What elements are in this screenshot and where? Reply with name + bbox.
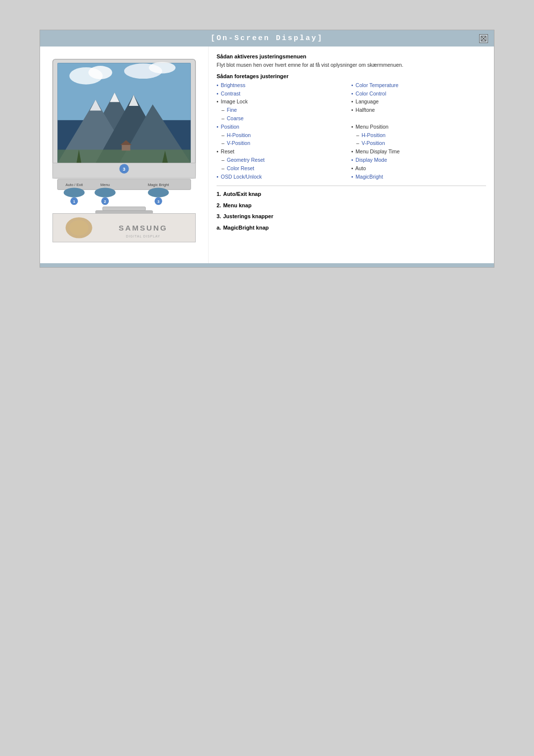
- monitor-section: 3 Auto / Exit Menu Magic Bright: [40, 47, 208, 263]
- svg-text:2: 2: [104, 199, 106, 204]
- svg-text:3: 3: [123, 166, 125, 172]
- divider: [217, 186, 486, 186]
- list-item: 1.Auto/Exit knap: [217, 190, 486, 198]
- menu-col-right: • Color Temperature • Color Control • La…: [352, 81, 487, 181]
- svg-rect-38: [103, 207, 146, 211]
- content-area: 3 Auto / Exit Menu Magic Bright: [40, 47, 494, 263]
- list-item: a.MagicBright knap: [217, 224, 486, 232]
- list-item: • Reset: [217, 147, 352, 156]
- svg-text:SAMSUNG: SAMSUNG: [119, 224, 168, 232]
- numbered-list: 1.Auto/Exit knap 2.Menu knap 3.Justering…: [217, 190, 486, 232]
- list-item[interactable]: • Color Control: [352, 90, 487, 98]
- list-item: • Auto: [352, 164, 487, 173]
- info-panel: Sådan aktiveres justeringsmenuen Flyt bl…: [208, 47, 494, 263]
- svg-text:DIGITAL DISPLAY: DIGITAL DISPLAY: [126, 235, 161, 238]
- header-bar: [On-Screen Display]: [40, 30, 494, 47]
- svg-point-31: [148, 188, 169, 197]
- menu-items-grid: • Brightness • Contrast • Image Lock – F…: [217, 81, 486, 181]
- section-heading-2: Sådan foretages justeringer: [217, 73, 486, 79]
- list-item[interactable]: • Display Mode: [352, 156, 487, 164]
- svg-text:3: 3: [157, 199, 159, 204]
- list-item[interactable]: – V-Position: [217, 139, 352, 147]
- header-title: [On-Screen Display]: [211, 34, 323, 43]
- main-panel: [On-Screen Display]: [40, 30, 494, 268]
- list-item[interactable]: – Fine: [217, 106, 352, 114]
- list-item[interactable]: • Color Temperature: [352, 81, 487, 90]
- list-item-coarse[interactable]: – Coarse: [217, 114, 352, 123]
- list-item-geometry-reset[interactable]: – Geometry Reset: [217, 156, 352, 164]
- close-icon[interactable]: [479, 34, 488, 43]
- svg-point-29: [64, 188, 85, 197]
- list-item[interactable]: • Brightness: [217, 81, 352, 90]
- svg-point-7: [89, 66, 112, 79]
- list-item[interactable]: – V-Position: [352, 139, 487, 147]
- list-item: 3.Justerings knapper: [217, 212, 486, 221]
- list-item[interactable]: • Contrast: [217, 90, 352, 98]
- svg-point-42: [69, 220, 89, 236]
- svg-point-30: [94, 188, 115, 197]
- list-item: • Menu Position: [352, 123, 487, 131]
- list-item: • Language: [352, 97, 487, 106]
- list-item-spacer: [352, 114, 487, 123]
- svg-text:Magic Bright: Magic Bright: [148, 183, 170, 187]
- svg-rect-39: [95, 211, 153, 214]
- list-item[interactable]: – H-Position: [217, 131, 352, 140]
- svg-text:Menu: Menu: [100, 183, 110, 187]
- list-item: • Halftone: [352, 106, 487, 114]
- section-body-1: Flyt blot musen hen over hvert emne for …: [217, 61, 486, 69]
- bottom-bar: [40, 263, 494, 267]
- svg-text:Auto / Exit: Auto / Exit: [65, 183, 83, 187]
- list-item: 2.Menu knap: [217, 201, 486, 210]
- list-item: • Menu Display Time: [352, 147, 487, 156]
- list-item: • Image Lock: [217, 97, 352, 106]
- section-heading-1: Sådan aktiveres justeringsmenuen: [217, 53, 486, 59]
- list-item[interactable]: – H-Position: [352, 131, 487, 140]
- svg-rect-18: [122, 144, 130, 150]
- list-item[interactable]: • Position: [217, 123, 352, 131]
- svg-point-9: [149, 62, 176, 73]
- list-item-osd[interactable]: • OSD Lock/Unlock: [217, 173, 352, 181]
- page-wrapper: [On-Screen Display]: [0, 0, 534, 297]
- svg-text:1: 1: [73, 199, 76, 204]
- menu-col-left: • Brightness • Contrast • Image Lock – F…: [217, 81, 352, 181]
- monitor-image: 3 Auto / Exit Menu Magic Bright: [48, 54, 200, 255]
- list-item[interactable]: • MagicBright: [352, 173, 487, 181]
- list-item-color-reset[interactable]: – Color Reset: [217, 164, 352, 173]
